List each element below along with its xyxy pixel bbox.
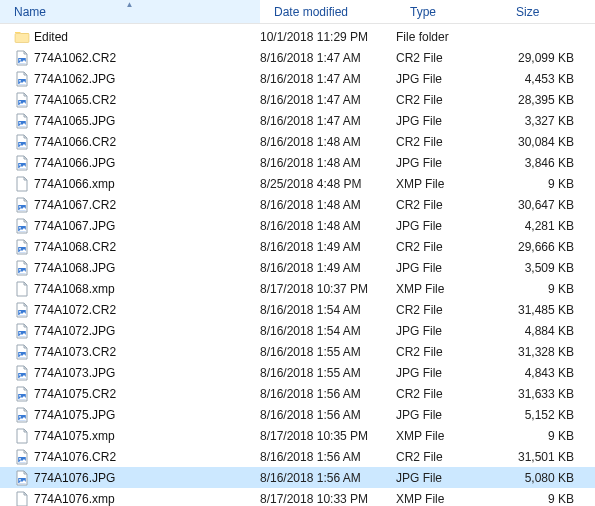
cell-size: 9 KB xyxy=(502,429,580,443)
cell-name: 774A1075.JPG xyxy=(14,407,260,423)
file-name-label: 774A1073.JPG xyxy=(34,366,115,380)
file-name-label: 774A1076.JPG xyxy=(34,471,115,485)
cell-name: Edited xyxy=(14,29,260,45)
cell-type: JPG File xyxy=(396,366,502,380)
list-item[interactable]: 774A1072.CR28/16/2018 1:54 AMCR2 File31,… xyxy=(0,299,595,320)
cell-name: 774A1066.CR2 xyxy=(14,134,260,150)
cell-date: 8/25/2018 4:48 PM xyxy=(260,177,396,191)
list-item[interactable]: 774A1075.xmp8/17/2018 10:35 PMXMP File9 … xyxy=(0,425,595,446)
image-file-icon xyxy=(14,260,30,276)
sort-ascending-icon: ▲ xyxy=(126,0,134,9)
image-file-icon xyxy=(14,71,30,87)
cell-name: 774A1067.JPG xyxy=(14,218,260,234)
cell-type: XMP File xyxy=(396,282,502,296)
column-header-name-label: Name xyxy=(14,5,46,19)
svg-point-24 xyxy=(19,331,21,333)
column-header-size-label: Size xyxy=(516,5,539,19)
cell-type: JPG File xyxy=(396,114,502,128)
cell-size: 5,152 KB xyxy=(502,408,580,422)
cell-size: 3,509 KB xyxy=(502,261,580,275)
cell-date: 8/16/2018 1:55 AM xyxy=(260,345,396,359)
cell-type: JPG File xyxy=(396,471,502,485)
svg-point-12 xyxy=(19,163,21,165)
cell-name: 774A1068.xmp xyxy=(14,281,260,297)
list-item[interactable]: 774A1075.CR28/16/2018 1:56 AMCR2 File31,… xyxy=(0,383,595,404)
list-item[interactable]: 774A1072.JPG8/16/2018 1:54 AMJPG File4,8… xyxy=(0,320,595,341)
list-item[interactable]: 774A1068.CR28/16/2018 1:49 AMCR2 File29,… xyxy=(0,236,595,257)
file-list: Edited10/1/2018 11:29 PMFile folder 774A… xyxy=(0,24,595,506)
file-name-label: 774A1066.xmp xyxy=(34,177,115,191)
image-file-icon xyxy=(14,449,30,465)
file-name-label: 774A1065.JPG xyxy=(34,114,115,128)
list-item[interactable]: 774A1076.xmp8/17/2018 10:33 PMXMP File9 … xyxy=(0,488,595,506)
cell-type: CR2 File xyxy=(396,51,502,65)
cell-name: 774A1073.JPG xyxy=(14,365,260,381)
svg-rect-0 xyxy=(15,33,29,42)
list-item[interactable]: 774A1073.CR28/16/2018 1:55 AMCR2 File31,… xyxy=(0,341,595,362)
cell-type: CR2 File xyxy=(396,135,502,149)
list-item[interactable]: 774A1067.CR28/16/2018 1:48 AMCR2 File30,… xyxy=(0,194,595,215)
list-item[interactable]: 774A1065.CR28/16/2018 1:47 AMCR2 File28,… xyxy=(0,89,595,110)
image-file-icon xyxy=(14,302,30,318)
cell-date: 8/16/2018 1:56 AM xyxy=(260,387,396,401)
column-header-size[interactable]: Size xyxy=(502,0,586,23)
cell-date: 8/16/2018 1:56 AM xyxy=(260,450,396,464)
svg-point-22 xyxy=(19,310,21,312)
svg-point-26 xyxy=(19,352,21,354)
image-file-icon xyxy=(14,92,30,108)
cell-size: 28,395 KB xyxy=(502,93,580,107)
list-item[interactable]: 774A1068.xmp8/17/2018 10:37 PMXMP File9 … xyxy=(0,278,595,299)
list-item[interactable]: 774A1062.CR28/16/2018 1:47 AMCR2 File29,… xyxy=(0,47,595,68)
cell-name: 774A1068.CR2 xyxy=(14,239,260,255)
list-item[interactable]: 774A1066.JPG8/16/2018 1:48 AMJPG File3,8… xyxy=(0,152,595,173)
file-name-label: 774A1075.CR2 xyxy=(34,387,116,401)
column-header-type-label: Type xyxy=(410,5,436,19)
list-item[interactable]: 774A1068.JPG8/16/2018 1:49 AMJPG File3,5… xyxy=(0,257,595,278)
cell-type: CR2 File xyxy=(396,198,502,212)
file-name-label: 774A1067.CR2 xyxy=(34,198,116,212)
list-item[interactable]: 774A1073.JPG8/16/2018 1:55 AMJPG File4,8… xyxy=(0,362,595,383)
cell-size: 30,084 KB xyxy=(502,135,580,149)
cell-name: 774A1066.xmp xyxy=(14,176,260,192)
cell-date: 8/16/2018 1:48 AM xyxy=(260,135,396,149)
cell-date: 8/16/2018 1:48 AM xyxy=(260,219,396,233)
cell-type: CR2 File xyxy=(396,240,502,254)
svg-point-30 xyxy=(19,394,21,396)
file-name-label: 774A1065.CR2 xyxy=(34,93,116,107)
file-name-label: 774A1075.JPG xyxy=(34,408,115,422)
cell-name: 774A1076.CR2 xyxy=(14,449,260,465)
cell-date: 8/16/2018 1:48 AM xyxy=(260,156,396,170)
cell-size: 4,884 KB xyxy=(502,324,580,338)
image-file-icon xyxy=(14,407,30,423)
cell-name: 774A1073.CR2 xyxy=(14,344,260,360)
list-item[interactable]: 774A1076.JPG8/16/2018 1:56 AMJPG File5,0… xyxy=(0,467,595,488)
cell-name: 774A1075.xmp xyxy=(14,428,260,444)
cell-name: 774A1062.JPG xyxy=(14,71,260,87)
list-item[interactable]: 774A1065.JPG8/16/2018 1:47 AMJPG File3,3… xyxy=(0,110,595,131)
cell-size: 9 KB xyxy=(502,177,580,191)
column-header-date[interactable]: Date modified xyxy=(260,0,396,23)
list-item[interactable]: 774A1076.CR28/16/2018 1:56 AMCR2 File31,… xyxy=(0,446,595,467)
cell-size: 5,080 KB xyxy=(502,471,580,485)
list-item[interactable]: 774A1067.JPG8/16/2018 1:48 AMJPG File4,2… xyxy=(0,215,595,236)
cell-size: 9 KB xyxy=(502,282,580,296)
column-header-row: Name ▲ Date modified Type Size xyxy=(0,0,595,24)
image-file-icon xyxy=(14,470,30,486)
cell-size: 30,647 KB xyxy=(502,198,580,212)
list-item[interactable]: 774A1066.xmp8/25/2018 4:48 PMXMP File9 K… xyxy=(0,173,595,194)
list-item[interactable]: 774A1066.CR28/16/2018 1:48 AMCR2 File30,… xyxy=(0,131,595,152)
cell-type: CR2 File xyxy=(396,93,502,107)
column-header-type[interactable]: Type xyxy=(396,0,502,23)
list-item[interactable]: 774A1075.JPG8/16/2018 1:56 AMJPG File5,1… xyxy=(0,404,595,425)
column-header-name[interactable]: Name ▲ xyxy=(0,0,260,23)
file-name-label: Edited xyxy=(34,30,68,44)
file-name-label: 774A1066.JPG xyxy=(34,156,115,170)
cell-size: 29,666 KB xyxy=(502,240,580,254)
cell-name: 774A1072.CR2 xyxy=(14,302,260,318)
cell-date: 8/16/2018 1:48 AM xyxy=(260,198,396,212)
svg-point-18 xyxy=(19,247,21,249)
list-item[interactable]: Edited10/1/2018 11:29 PMFile folder xyxy=(0,26,595,47)
list-item[interactable]: 774A1062.JPG8/16/2018 1:47 AMJPG File4,4… xyxy=(0,68,595,89)
cell-size: 9 KB xyxy=(502,492,580,506)
svg-point-4 xyxy=(19,79,21,81)
